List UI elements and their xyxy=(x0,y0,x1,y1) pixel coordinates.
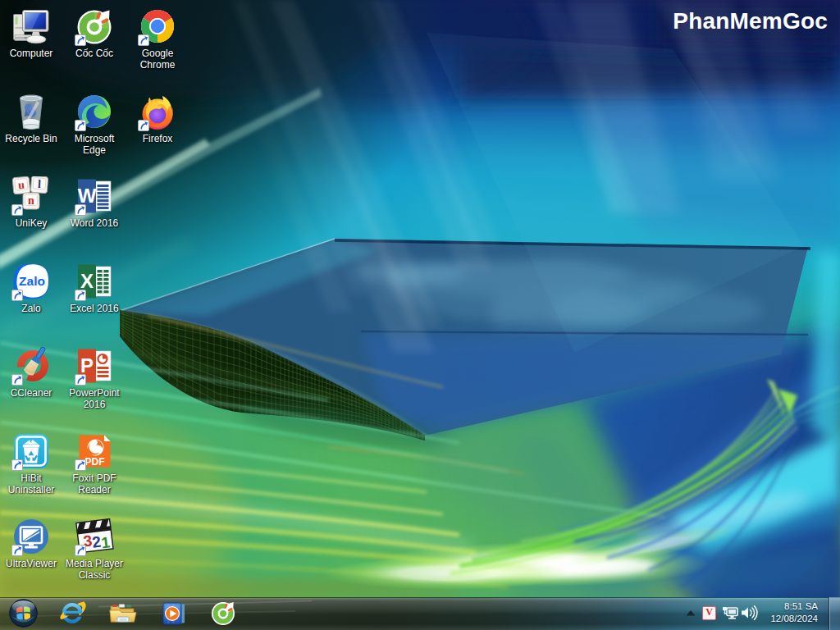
svg-text:PDF: PDF xyxy=(85,456,105,468)
svg-text:P: P xyxy=(80,354,94,377)
svg-text:Zalo: Zalo xyxy=(19,274,45,288)
svg-text:u: u xyxy=(17,179,25,192)
svg-text:W: W xyxy=(78,185,97,207)
svg-text:n: n xyxy=(28,194,34,207)
svg-text:X: X xyxy=(80,270,94,292)
